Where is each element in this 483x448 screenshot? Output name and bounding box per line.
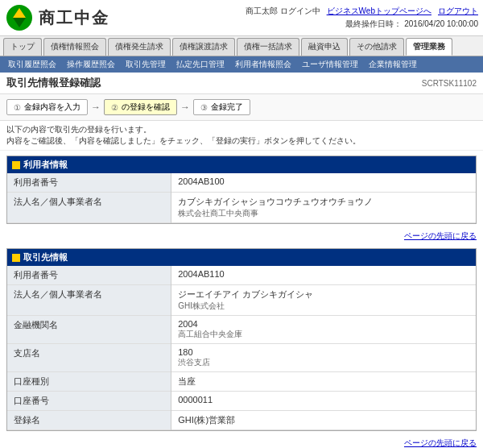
user-page-top-link[interactable]: ページの先頭に戻る (404, 231, 477, 240)
trade-info-table: 利用者番号 2004AB110 法人名／個人事業者名 ジーエイチアイ カブシキガ… (7, 266, 476, 430)
user-section-header: 利用者情報 (7, 156, 476, 173)
reg-name-label: 登録名 (7, 411, 171, 430)
table-row: 利用者番号 2004AB100 (7, 173, 476, 193)
trade-page-top-link[interactable]: ページの先頭に戻る (404, 438, 477, 447)
tab-debt-info[interactable]: 債権情報照会 (43, 38, 106, 56)
last-operation: 最終操作日時： 2016/04/20 10:00:00 (246, 19, 478, 30)
user-section-link: ページの先頭に戻る (0, 229, 483, 243)
user-info-section: 利用者情報 利用者番号 2004AB100 法人名／個人事業者名 カブシキガイシ… (6, 156, 477, 224)
section-icon (12, 161, 20, 169)
trade-id-label: 利用者番号 (7, 266, 171, 285)
step-3-num: ③ (200, 103, 208, 112)
tab-debt-transfer[interactable]: 債権譲渡請求 (172, 38, 235, 56)
tab-top[interactable]: トップ (3, 38, 42, 56)
description-text: 以下の内容で取引先の登録を行います。内容をご確認後、「内容を確認しました」をチェ… (6, 125, 361, 145)
trade-name-value: ジーエイチアイ カブシキガイシャ GHI株式会社 (171, 285, 476, 316)
header-links: 商工太郎 ログイン中 ビジネスWebトップページへ ログアウト (246, 6, 478, 17)
tab-loan[interactable]: 融資申込 (301, 38, 348, 56)
top-page-link[interactable]: ビジネスWebトップページへ (327, 6, 431, 17)
page-title-row: 取引先情報登録確認 SCRTSK11102 (0, 73, 483, 94)
user-id-label: 利用者番号 (7, 173, 171, 193)
page-title: 取引先情報登録確認 (6, 76, 101, 90)
sub-nav-history[interactable]: 取引履歴照会 (3, 57, 61, 72)
page-code: SCRTSK11102 (422, 79, 477, 88)
sub-nav-company-mgmt[interactable]: 企業情報管理 (364, 57, 422, 72)
branch-name-value: 180 渋谷支店 (171, 344, 476, 372)
user-id-value: 2004AB100 (171, 173, 476, 193)
step-1-label: 金録内容を入力 (24, 102, 80, 113)
sub-nav-op-history[interactable]: 操作履歴照会 (62, 57, 120, 72)
table-row: 法人名／個人事業者名 カブシキガイシャショウコウチュウオウチョウノ 株式会社商工… (7, 193, 476, 223)
trade-section-link: ページの先頭に戻る (0, 436, 483, 448)
step-1-num: ① (14, 103, 21, 112)
table-row: 口座種別 当座 (7, 372, 476, 392)
trade-id-value: 2004AB110 (171, 266, 476, 285)
description: 以下の内容で取引先の登録を行います。内容をご確認後、「内容を確認しました」をチェ… (0, 121, 483, 151)
bank-name-value: 2004 高工組合中央金庫 (171, 316, 476, 344)
trade-name-label: 法人名／個人事業者名 (7, 285, 171, 316)
table-row: 金融機関名 2004 高工組合中央金庫 (7, 316, 476, 344)
account-type-label: 口座種別 (7, 372, 171, 392)
table-row: 口座番号 0000011 (7, 392, 476, 411)
table-row: 法人名／個人事業者名 ジーエイチアイ カブシキガイシャ GHI株式会社 (7, 285, 476, 316)
step-2-label: の登録を確認 (122, 102, 170, 113)
nav-tabs: トップ 債権情報照会 債権発生請求 債権譲渡請求 債権一括請求 融資申込 その他… (0, 36, 483, 56)
reg-name-value: GHI(株)営業部 (171, 411, 476, 430)
steps-bar: ① 金録内容を入力 → ② の登録を確認 → ③ 金録完了 (0, 94, 483, 121)
user-info-table: 利用者番号 2004AB100 法人名／個人事業者名 カブシキガイシャショウコウ… (7, 173, 476, 223)
logo-text: 商工中金 (39, 7, 109, 29)
account-num-label: 口座番号 (7, 392, 171, 411)
table-row: 登録名 GHI(株)営業部 (7, 411, 476, 430)
step-arrow-1: → (91, 102, 101, 113)
trade-section-title: 取引先情報 (23, 251, 68, 263)
sub-nav-trade[interactable]: 取引先管理 (121, 57, 171, 72)
tab-admin[interactable]: 管理業務 (406, 38, 452, 56)
table-row: 支店名 180 渋谷支店 (7, 344, 476, 372)
user-name-label: 法人名／個人事業者名 (7, 193, 171, 223)
sub-nav: 取引履歴照会 操作履歴照会 取引先管理 払定先口管理 利用者情報照会 ユーザ情報… (0, 56, 483, 73)
branch-name-label: 支店名 (7, 344, 171, 372)
trade-info-section: 取引先情報 利用者番号 2004AB110 法人名／個人事業者名 ジーエイチアイ… (6, 248, 477, 431)
step-2-num: ② (111, 103, 118, 112)
bank-name-label: 金融機関名 (7, 316, 171, 344)
tab-debt-bulk[interactable]: 債権一括請求 (237, 38, 299, 56)
trade-section-icon (12, 254, 20, 262)
tab-debt-gen[interactable]: 債権発生請求 (108, 38, 171, 56)
logo-icon (5, 3, 34, 32)
account-type-value: 当座 (171, 372, 476, 392)
sub-nav-user-mgmt[interactable]: ユーザ情報管理 (297, 57, 363, 72)
account-num-value: 0000011 (171, 392, 476, 411)
tab-other[interactable]: その他請求 (349, 38, 404, 56)
logo-area: 商工中金 (5, 3, 109, 32)
last-operation-time: 2016/04/20 10:00:00 (404, 19, 478, 28)
step-3-label: 金録完了 (211, 102, 243, 113)
sub-nav-payment[interactable]: 払定先口管理 (171, 57, 229, 72)
header-right: 商工太郎 ログイン中 ビジネスWebトップページへ ログアウト 最終操作日時： … (246, 6, 478, 30)
step-2: ② の登録を確認 (104, 99, 177, 115)
step-arrow-2: → (180, 102, 190, 113)
sub-nav-user-info[interactable]: 利用者情報照会 (230, 57, 296, 72)
table-row: 利用者番号 2004AB110 (7, 266, 476, 285)
page-header: 商工中金 商工太郎 ログイン中 ビジネスWebトップページへ ログアウト 最終操… (0, 0, 483, 36)
step-1: ① 金録内容を入力 (6, 99, 88, 115)
user-label: 商工太郎 ログイン中 (246, 6, 320, 17)
step-3: ③ 金録完了 (193, 99, 250, 115)
user-section-title: 利用者情報 (23, 159, 68, 171)
last-operation-label: 最終操作日時 (345, 19, 394, 28)
trade-section-header: 取引先情報 (7, 249, 476, 266)
logout-link[interactable]: ログアウト (438, 6, 478, 17)
user-name-value: カブシキガイシャショウコウチュウオウチョウノ 株式会社商工中央商事 (171, 193, 476, 223)
